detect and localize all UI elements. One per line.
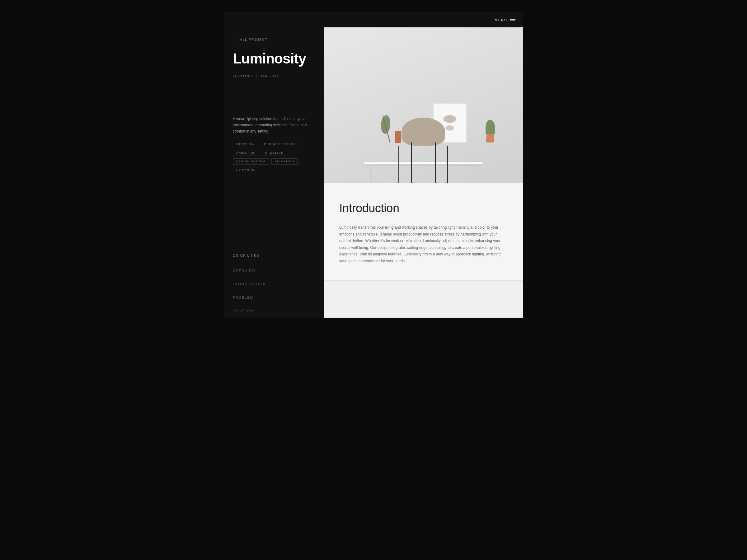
menu-label: MENU	[495, 18, 507, 22]
chair-leg-2	[447, 145, 448, 183]
back-label: ALL PROJECT	[240, 38, 268, 42]
tags-container: STARTEGY PRODUCT DESIGN ANIMATION UI DES…	[233, 141, 315, 156]
sidebar: ← ALL PROJECT Luminosity LIGHTING JAN 20…	[224, 27, 324, 318]
nav-items: OVERVIEW INTRODUCTION PROBLEM IDEATION	[224, 261, 324, 318]
intro-body: Luminosity transforms your living and wo…	[339, 224, 501, 265]
page-container: MENU ← ALL PROJECT Luminosity	[224, 12, 523, 318]
quick-links-section: QUICK LINKS	[224, 246, 324, 261]
bottom-section	[324, 280, 523, 318]
intro-title: Introduction	[339, 202, 507, 215]
main-layout: ← ALL PROJECT Luminosity LIGHTING JAN 20…	[224, 27, 523, 318]
tag-ux-design: UX DESIGN	[233, 167, 259, 173]
tags-row-2: DESIGN SYSTEM ANIMATION UX DESIGN	[233, 158, 315, 173]
chair-leg-1	[398, 145, 399, 183]
chair-seat	[402, 117, 445, 145]
menu-button[interactable]: MENU	[495, 18, 515, 22]
tag-product-design: PRODUCT DESIGN	[261, 141, 300, 147]
plant-decoration	[486, 120, 495, 142]
candle-body	[395, 131, 401, 143]
tag-strategy: STARTEGY	[233, 141, 258, 147]
quick-links-label: QUICK LINKS	[233, 254, 259, 257]
sidebar-top: ← ALL PROJECT Luminosity LIGHTING JAN 20…	[224, 27, 324, 246]
tag-animation-2: ANIMATION	[272, 158, 298, 165]
chair-leg-3	[411, 142, 412, 183]
candle-decoration	[395, 131, 401, 143]
introduction-section: Introduction Luminosity transforms your …	[324, 183, 523, 280]
meta-date: JAN 2024	[260, 74, 279, 78]
meta-category: LIGHTING	[233, 74, 252, 78]
project-title: Luminosity	[233, 51, 315, 66]
plant-leaves	[486, 120, 495, 135]
content-area: Introduction Luminosity transforms your …	[324, 27, 523, 318]
page-wrapper: MENU ← ALL PROJECT Luminosity	[0, 0, 747, 560]
nav-item-ideation[interactable]: IDEATION	[224, 304, 324, 318]
desk-element	[364, 162, 483, 164]
branch-decoration	[382, 115, 390, 143]
tag-design-system: DESIGN SYSTEM	[233, 158, 269, 165]
back-arrow-icon: ←	[233, 37, 237, 42]
frame-circle-large	[443, 115, 456, 123]
menu-line-2	[510, 21, 515, 21]
tag-ui-design: UI DESIGN	[262, 150, 287, 156]
plant-vase	[486, 134, 495, 142]
top-nav: MENU	[224, 12, 523, 27]
nav-item-introduction[interactable]: INTRODUCTION	[224, 277, 324, 291]
project-description: A smart lighting solution that adjusts t…	[233, 116, 315, 135]
nav-item-problem[interactable]: PROBLEM	[224, 291, 324, 304]
menu-line-1	[510, 19, 515, 20]
nav-item-overview[interactable]: OVERVIEW	[224, 264, 324, 277]
frame-circle-small	[445, 125, 454, 131]
back-link[interactable]: ← ALL PROJECT	[233, 37, 315, 42]
meta-row: LIGHTING JAN 2024	[233, 74, 315, 78]
chair-leg-4	[435, 142, 436, 183]
menu-lines-icon	[510, 19, 515, 21]
tag-animation-1: ANIMATION	[233, 150, 259, 156]
room-scene	[324, 27, 523, 183]
hero-image	[324, 27, 523, 183]
